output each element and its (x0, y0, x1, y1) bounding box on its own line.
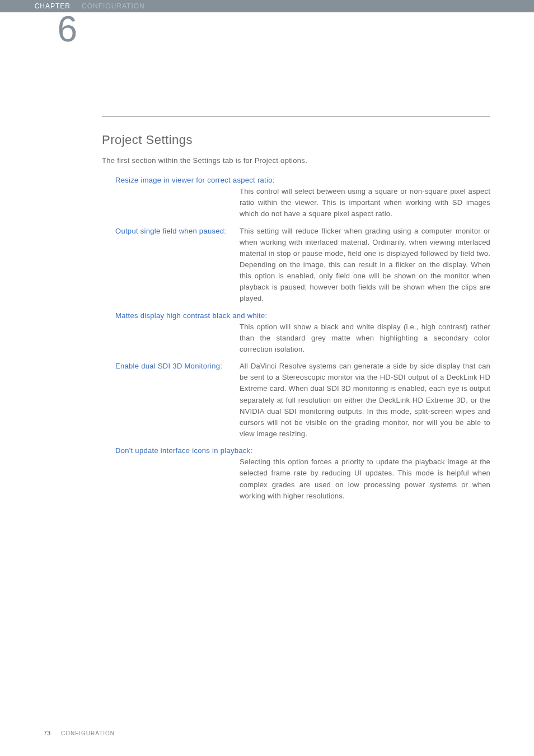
page-footer: 73 CONFIGURATION (44, 730, 115, 736)
setting-output-single-field: Output single field when paused: This se… (115, 226, 490, 305)
header-band: CHAPTER CONFIGURATION (0, 0, 534, 12)
setting-label: Output single field when paused: (115, 226, 240, 237)
setting-dual-sdi-3d: Enable dual SDI 3D Monitoring: All DaVin… (115, 361, 490, 440)
setting-body: This setting will reduce flicker when gr… (240, 226, 490, 305)
setting-body: Selecting this option forces a priority … (240, 456, 490, 502)
page-number: 73 (44, 730, 51, 736)
setting-mattes-contrast: Mattes display high contrast black and w… (115, 310, 490, 356)
setting-label: Enable dual SDI 3D Monitoring: (115, 361, 240, 372)
setting-body: This option will show a black and white … (240, 321, 490, 355)
setting-body: All DaVinci Resolve systems can generate… (240, 361, 490, 440)
section-rule (102, 116, 490, 117)
chapter-number: 6 (0, 12, 76, 46)
chapter-number-wrap: 6 (0, 12, 534, 46)
setting-label: Resize image in viewer for correct aspec… (115, 175, 490, 186)
setting-label: Mattes display high contrast black and w… (115, 310, 490, 321)
setting-resize-aspect: Resize image in viewer for correct aspec… (115, 175, 490, 220)
chapter-title: CONFIGURATION (76, 2, 145, 10)
footer-title: CONFIGURATION (61, 730, 115, 736)
page-content: Project Settings The first section withi… (0, 116, 534, 502)
setting-body: This control will select between using a… (240, 186, 490, 220)
section-intro: The first section within the Settings ta… (102, 156, 490, 165)
setting-label: Don't update interface icons in playback… (115, 445, 490, 456)
setting-no-ui-update: Don't update interface icons in playback… (115, 445, 490, 502)
section-title: Project Settings (102, 133, 490, 147)
